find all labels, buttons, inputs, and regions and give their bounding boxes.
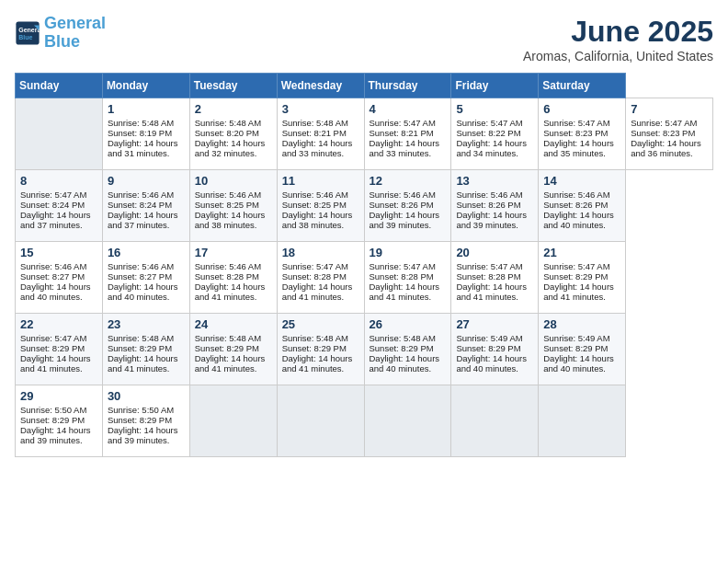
sunrise-text: Sunrise: 5:47 AM	[543, 261, 620, 271]
calendar-cell	[16, 98, 103, 170]
day-number: 5	[456, 102, 533, 116]
sunset-text: Sunset: 8:24 PM	[108, 200, 185, 210]
daylight-text: Daylight: 14 hours and 39 minutes.	[108, 425, 185, 445]
daylight-text: Daylight: 14 hours and 39 minutes.	[20, 425, 97, 445]
calendar-cell: 15Sunrise: 5:46 AMSunset: 8:27 PMDayligh…	[16, 242, 103, 314]
day-header-thursday: Thursday	[364, 74, 451, 98]
sunset-text: Sunset: 8:27 PM	[20, 271, 97, 282]
sunrise-text: Sunrise: 5:47 AM	[370, 261, 447, 271]
sunset-text: Sunset: 8:29 PM	[20, 415, 97, 425]
sunset-text: Sunset: 8:28 PM	[456, 271, 533, 282]
calendar-cell: 28Sunrise: 5:49 AMSunset: 8:29 PMDayligh…	[539, 314, 626, 385]
sunset-text: Sunset: 8:29 PM	[108, 343, 185, 353]
sunset-text: Sunset: 8:29 PM	[456, 343, 533, 353]
calendar-cell: 14Sunrise: 5:46 AMSunset: 8:26 PMDayligh…	[539, 170, 626, 242]
sunrise-text: Sunrise: 5:48 AM	[282, 333, 359, 343]
calendar-cell: 7Sunrise: 5:47 AMSunset: 8:23 PMDaylight…	[626, 98, 713, 170]
calendar-week-4: 22Sunrise: 5:47 AMSunset: 8:29 PMDayligh…	[16, 314, 713, 385]
calendar-cell	[451, 385, 539, 457]
calendar-cell: 21Sunrise: 5:47 AMSunset: 8:29 PMDayligh…	[539, 242, 626, 314]
daylight-text: Daylight: 14 hours and 41 minutes.	[282, 353, 359, 373]
day-header-sunday: Sunday	[16, 74, 103, 98]
daylight-text: Daylight: 14 hours and 33 minutes.	[370, 138, 447, 158]
daylight-text: Daylight: 14 hours and 38 minutes.	[282, 210, 359, 230]
day-number: 2	[195, 102, 272, 116]
day-number: 7	[631, 102, 708, 116]
sunset-text: Sunset: 8:26 PM	[456, 200, 533, 210]
calendar-cell: 9Sunrise: 5:46 AMSunset: 8:24 PMDaylight…	[102, 170, 189, 242]
day-number: 11	[282, 174, 359, 188]
day-number: 29	[20, 389, 97, 403]
calendar-cell: 30Sunrise: 5:50 AMSunset: 8:29 PMDayligh…	[102, 385, 189, 457]
day-header-saturday: Saturday	[539, 74, 626, 98]
sunrise-text: Sunrise: 5:46 AM	[543, 190, 620, 200]
daylight-text: Daylight: 14 hours and 33 minutes.	[282, 138, 359, 158]
sunrise-text: Sunrise: 5:46 AM	[108, 190, 185, 200]
sunset-text: Sunset: 8:28 PM	[370, 271, 447, 282]
calendar-cell: 1Sunrise: 5:48 AMSunset: 8:19 PMDaylight…	[102, 98, 189, 170]
day-number: 8	[20, 174, 97, 188]
sunset-text: Sunset: 8:29 PM	[108, 415, 185, 425]
day-number: 21	[543, 246, 620, 259]
sunset-text: Sunset: 8:26 PM	[370, 200, 447, 210]
daylight-text: Daylight: 14 hours and 40 minutes.	[108, 282, 185, 302]
day-header-friday: Friday	[451, 74, 539, 98]
day-number: 3	[282, 102, 359, 116]
calendar-week-5: 29Sunrise: 5:50 AMSunset: 8:29 PMDayligh…	[16, 385, 713, 457]
sunset-text: Sunset: 8:19 PM	[108, 128, 185, 138]
daylight-text: Daylight: 14 hours and 40 minutes.	[456, 353, 533, 373]
calendar-cell: 19Sunrise: 5:47 AMSunset: 8:28 PMDayligh…	[364, 242, 451, 314]
location-title: Aromas, California, United States	[523, 49, 713, 63]
calendar-cell: 10Sunrise: 5:46 AMSunset: 8:25 PMDayligh…	[189, 170, 277, 242]
sunrise-text: Sunrise: 5:50 AM	[108, 405, 185, 415]
sunrise-text: Sunrise: 5:46 AM	[195, 190, 272, 200]
sunrise-text: Sunrise: 5:46 AM	[20, 261, 97, 271]
calendar-cell	[364, 385, 451, 457]
sunrise-text: Sunrise: 5:49 AM	[543, 333, 620, 343]
svg-rect-0	[16, 21, 39, 44]
calendar-cell: 13Sunrise: 5:46 AMSunset: 8:26 PMDayligh…	[451, 170, 539, 242]
calendar-cell: 25Sunrise: 5:48 AMSunset: 8:29 PMDayligh…	[277, 314, 364, 385]
day-number: 25	[282, 317, 359, 331]
calendar-cell	[539, 385, 626, 457]
daylight-text: Daylight: 14 hours and 35 minutes.	[543, 138, 620, 158]
day-number: 15	[20, 246, 97, 259]
sunset-text: Sunset: 8:21 PM	[282, 128, 359, 138]
daylight-text: Daylight: 14 hours and 40 minutes.	[20, 282, 97, 302]
calendar-cell: 18Sunrise: 5:47 AMSunset: 8:28 PMDayligh…	[277, 242, 364, 314]
daylight-text: Daylight: 14 hours and 41 minutes.	[108, 353, 185, 373]
sunrise-text: Sunrise: 5:46 AM	[370, 190, 447, 200]
sunset-text: Sunset: 8:27 PM	[108, 271, 185, 282]
day-number: 10	[195, 174, 272, 188]
calendar-cell: 6Sunrise: 5:47 AMSunset: 8:23 PMDaylight…	[539, 98, 626, 170]
day-number: 1	[108, 102, 185, 116]
daylight-text: Daylight: 14 hours and 41 minutes.	[370, 282, 447, 302]
calendar-cell: 12Sunrise: 5:46 AMSunset: 8:26 PMDayligh…	[364, 170, 451, 242]
sunset-text: Sunset: 8:29 PM	[282, 343, 359, 353]
daylight-text: Daylight: 14 hours and 31 minutes.	[108, 138, 185, 158]
sunrise-text: Sunrise: 5:48 AM	[282, 118, 359, 128]
daylight-text: Daylight: 14 hours and 40 minutes.	[543, 353, 620, 373]
calendar-body: 1Sunrise: 5:48 AMSunset: 8:19 PMDaylight…	[16, 98, 713, 457]
day-number: 13	[456, 174, 533, 188]
daylight-text: Daylight: 14 hours and 38 minutes.	[195, 210, 272, 230]
calendar-cell	[277, 385, 364, 457]
calendar-cell: 27Sunrise: 5:49 AMSunset: 8:29 PMDayligh…	[451, 314, 539, 385]
calendar-cell: 8Sunrise: 5:47 AMSunset: 8:24 PMDaylight…	[16, 170, 103, 242]
title-area: June 2025 Aromas, California, United Sta…	[523, 15, 713, 63]
day-header-wednesday: Wednesday	[277, 74, 364, 98]
sunset-text: Sunset: 8:22 PM	[456, 128, 533, 138]
sunset-text: Sunset: 8:21 PM	[370, 128, 447, 138]
sunrise-text: Sunrise: 5:47 AM	[20, 333, 97, 343]
sunset-text: Sunset: 8:29 PM	[543, 343, 620, 353]
logo-icon: General Blue	[15, 20, 40, 46]
day-number: 27	[456, 317, 533, 331]
calendar-cell: 3Sunrise: 5:48 AMSunset: 8:21 PMDaylight…	[277, 98, 364, 170]
sunrise-text: Sunrise: 5:47 AM	[282, 261, 359, 271]
daylight-text: Daylight: 14 hours and 40 minutes.	[543, 210, 620, 230]
sunrise-text: Sunrise: 5:47 AM	[370, 118, 447, 128]
calendar-cell: 24Sunrise: 5:48 AMSunset: 8:29 PMDayligh…	[189, 314, 277, 385]
sunrise-text: Sunrise: 5:47 AM	[543, 118, 620, 128]
sunrise-text: Sunrise: 5:47 AM	[20, 190, 97, 200]
sunrise-text: Sunrise: 5:46 AM	[108, 261, 185, 271]
